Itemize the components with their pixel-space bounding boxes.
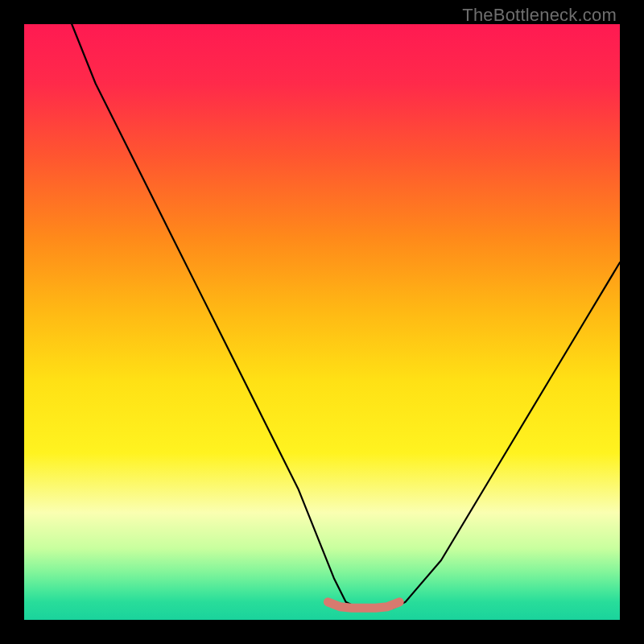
marker-band (328, 602, 399, 608)
chart-frame: TheBottleneck.com (0, 0, 644, 644)
curve-svg (24, 24, 620, 620)
bottleneck-curve (72, 24, 620, 608)
watermark-text: TheBottleneck.com (462, 5, 617, 26)
plot-area (24, 24, 620, 620)
